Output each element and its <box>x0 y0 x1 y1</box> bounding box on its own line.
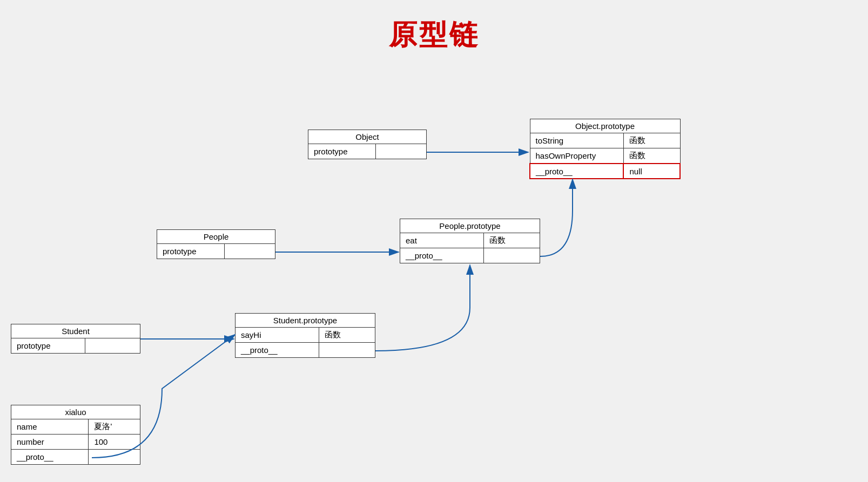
name-key: name <box>11 419 89 435</box>
diagram-area: Object prototype Object.prototype toStri… <box>0 59 868 482</box>
tostring-val: 函数 <box>623 133 680 148</box>
student-prototype-table: Student.prototype sayHi 函数 __proto__ <box>235 313 375 358</box>
people-title: People <box>157 230 275 244</box>
name-val: 夏洛' <box>89 419 140 435</box>
student-table: Student prototype <box>11 324 140 354</box>
xialuo-proto-val <box>89 450 140 465</box>
objproto-proto-val: null <box>623 164 680 179</box>
eat-key: eat <box>400 233 484 248</box>
people-proto-key: __proto__ <box>400 248 484 263</box>
hasownproperty-val: 函数 <box>623 148 680 164</box>
object-prototype-key: prototype <box>308 144 376 159</box>
arrow-studentproto-to-peopleproto <box>375 265 470 351</box>
people-prototype-val <box>225 244 275 259</box>
student-prototype-title: Student.prototype <box>235 314 375 328</box>
people-prototype-title: People.prototype <box>400 219 540 233</box>
object-table: Object prototype <box>308 130 427 159</box>
student-title: Student <box>11 324 140 338</box>
object-prototype-val <box>376 144 427 159</box>
number-val: 100 <box>89 435 140 450</box>
objproto-proto-key: __proto__ <box>530 164 623 179</box>
hasownproperty-key: hasOwnProperty <box>530 148 623 164</box>
object-title: Object <box>308 130 427 144</box>
student-proto-key: __proto__ <box>235 343 319 358</box>
people-prototype-table: People.prototype eat 函数 __proto__ <box>400 219 540 263</box>
sayhi-val: 函数 <box>319 328 375 343</box>
xialuo-proto-key: __proto__ <box>11 450 89 465</box>
people-proto-val <box>484 248 540 263</box>
student-proto-val <box>319 343 375 358</box>
sayhi-key: sayHi <box>235 328 319 343</box>
object-prototype-table: Object.prototype toString 函数 hasOwnPrope… <box>529 119 681 179</box>
number-key: number <box>11 435 89 450</box>
page-title: 原型链 <box>0 0 868 54</box>
student-prototype-key: prototype <box>11 338 85 354</box>
people-prototype-key: prototype <box>157 244 225 259</box>
object-prototype-title: Object.prototype <box>530 119 680 133</box>
eat-val: 函数 <box>484 233 540 248</box>
student-prototype-val <box>85 338 140 354</box>
arrow-peopleproto-to-objproto <box>540 179 573 256</box>
xialuo-table: xialuo name 夏洛' number 100 __proto__ <box>11 405 140 465</box>
people-table: People prototype <box>157 229 275 259</box>
tostring-key: toString <box>530 133 623 148</box>
xialuo-title: xialuo <box>11 405 140 419</box>
